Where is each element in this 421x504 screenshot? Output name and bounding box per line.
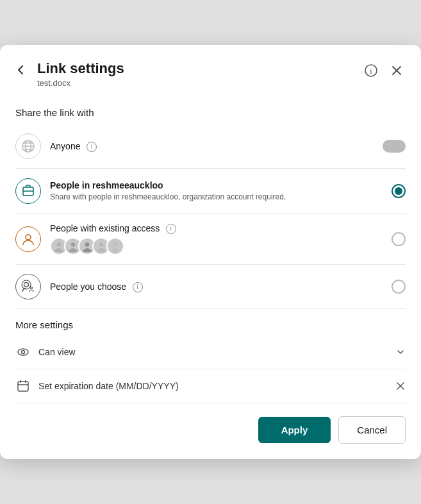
back-button[interactable] [15, 62, 32, 80]
permission-label: Can view [38, 347, 395, 357]
choose-icon [15, 274, 41, 299]
dialog-header: Link settings test.docx i [0, 45, 421, 96]
option-choose[interactable]: People you choose i [15, 265, 406, 309]
option-anyone[interactable]: Anyone i [15, 124, 406, 169]
option-existing-text: People with existing access i [50, 223, 386, 255]
apply-button[interactable]: Apply [258, 417, 331, 443]
option-choose-title: People you choose [50, 281, 126, 292]
option-org[interactable]: People in reshmeeauckloo Share with peop… [15, 169, 406, 214]
settings-permission-row[interactable]: Can view [15, 335, 406, 369]
svg-point-12 [85, 242, 90, 247]
permission-chevron[interactable] [395, 347, 406, 357]
option-choose-text: People you choose i [50, 281, 386, 292]
globe-icon [15, 133, 41, 159]
close-button[interactable] [388, 62, 406, 80]
option-anyone-title: Anyone [50, 141, 80, 151]
link-settings-dialog: Link settings test.docx i Share the link… [0, 45, 421, 459]
svg-point-16 [31, 287, 33, 289]
option-org-radio-inner [395, 187, 402, 195]
option-existing[interactable]: People with existing access i [15, 214, 406, 265]
option-org-desc: Share with people in reshmeeauckloo, org… [50, 192, 386, 203]
svg-text:i: i [370, 67, 372, 76]
avatar-5 [106, 237, 124, 255]
option-existing-title: People with existing access [50, 223, 160, 233]
anyone-info-icon[interactable]: i [87, 142, 97, 152]
option-org-text: People in reshmeeauckloo Share with peop… [50, 180, 386, 203]
existing-info-icon[interactable]: i [166, 224, 176, 234]
dialog-subtitle: test.docx [37, 78, 362, 88]
svg-point-15 [24, 283, 29, 287]
svg-point-11 [71, 242, 76, 247]
share-section-label: Share the link with [15, 96, 406, 124]
svg-point-14 [113, 242, 118, 247]
svg-point-10 [57, 242, 62, 247]
org-icon [15, 178, 41, 204]
option-existing-radio[interactable] [392, 232, 406, 246]
expiration-label: Set expiration date (MM/DD/YYYY) [38, 381, 395, 391]
eye-icon [15, 344, 31, 360]
svg-point-9 [26, 235, 31, 240]
expiration-close[interactable] [395, 381, 406, 391]
dialog-footer: Apply Cancel [0, 403, 421, 459]
choose-info-icon[interactable]: i [133, 282, 143, 292]
more-settings-label: More settings [15, 309, 406, 335]
option-anyone-text: Anyone i [50, 140, 377, 152]
anyone-toggle[interactable] [383, 140, 406, 153]
svg-point-13 [99, 242, 104, 247]
info-button[interactable]: i [362, 62, 380, 80]
option-choose-radio[interactable] [392, 280, 406, 294]
header-icons: i [362, 62, 406, 80]
option-org-title: People in reshmeeauckloo [50, 180, 386, 190]
svg-rect-20 [18, 382, 28, 391]
calendar-icon [15, 378, 31, 394]
svg-point-18 [18, 349, 28, 355]
option-org-radio[interactable] [392, 184, 406, 198]
svg-point-19 [22, 351, 25, 354]
existing-avatars [50, 237, 386, 255]
cancel-button[interactable]: Cancel [338, 416, 406, 444]
settings-expiration-row[interactable]: Set expiration date (MM/DD/YYYY) [15, 369, 406, 403]
existing-icon [15, 226, 41, 252]
dialog-title: Link settings [37, 60, 362, 77]
dialog-body: Share the link with Anyone i [0, 96, 421, 403]
title-group: Link settings test.docx [37, 60, 362, 88]
